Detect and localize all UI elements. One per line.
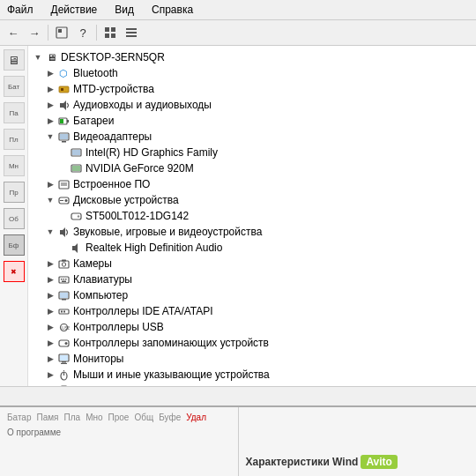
svg-text:USB: USB [62,325,70,331]
hdd-icon [69,209,83,223]
expand-icon-computer: ▶ [44,289,56,301]
tree-node-mtd[interactable]: ▶ MTD-устройства [28,81,476,97]
tree-node-computer[interactable]: ▶ Компьютер [28,287,476,303]
tree-node-hdd[interactable]: ▶ ST500LT012-1DG142 [28,208,476,224]
prop-label-buf: Буфе [159,413,181,422]
svg-rect-5 [111,33,115,38]
toolbar-separator2 [96,25,97,41]
mtd-icon [56,82,71,96]
sidebar-icon-plan[interactable]: Пл [4,129,25,150]
prop-label-share: Общ [134,413,153,422]
details-button[interactable] [122,23,141,42]
ide-icon [56,304,71,318]
expand-icon-usb: ▶ [44,321,56,333]
menu-view[interactable]: Вид [111,2,138,18]
mice-icon [56,368,71,382]
expand-icon-mtd: ▶ [44,83,56,95]
computer-node-icon [56,288,71,302]
label-cameras: Камеры [73,257,112,270]
expand-icon-cameras: ▶ [44,257,56,270]
content-area: ▼ 🖥 DESKTOP-3ERN5QR ▶ ⬡ Bluetooth ▶ MT [28,46,476,386]
back-button[interactable]: ← [4,23,23,42]
svg-rect-42 [62,299,66,301]
properties-button[interactable] [52,23,71,42]
tree-node-sound[interactable]: ▼ Звуковые, игровые и видеоустройства [28,224,476,240]
tree-node-usb[interactable]: ▶ USB Контроллеры USB [28,319,476,335]
tree-node-battery[interactable]: ▶ Батареи [28,113,476,129]
svg-rect-1 [58,29,62,33]
help-button[interactable]: ? [73,23,93,42]
prop-label-battery: Батар [7,413,32,422]
computer-icon: 🖥 [44,50,58,64]
tree-node-bluetooth[interactable]: ▶ ⬡ Bluetooth [28,65,476,81]
sidebar-icon-battery[interactable]: Бат [4,76,25,97]
expand-icon-audio: ▶ [44,99,56,111]
sidebar-icon-del[interactable]: ✖ [4,261,25,282]
svg-marker-30 [60,227,65,237]
bluetooth-icon: ⬡ [56,66,71,80]
label-realtek: Realtek High Definition Audio [86,242,222,254]
tree-node-nvidia-gpu[interactable]: ▶ NVIDIA GeForce 920M [28,160,476,176]
svg-rect-41 [60,293,68,298]
svg-rect-13 [67,120,69,123]
windows-chars-label: Характеристики Wind [246,456,359,468]
expand-icon-bluetooth: ▶ [44,67,56,79]
menubar: Файл Действие Вид Справка [0,0,476,20]
menu-action[interactable]: Действие [48,2,101,18]
tree-root[interactable]: ▼ 🖥 DESKTOP-3ERN5QR [28,49,476,65]
sidebar-icon-multi[interactable]: Мн [4,155,25,176]
label-mtd: MTD-устройства [73,83,154,95]
svg-point-26 [64,199,67,202]
label-sound: Звуковые, игровые и видеоустройства [73,226,262,238]
svg-rect-6 [126,28,137,30]
nvidia-icon [69,161,83,175]
tree-node-monitors[interactable]: ▶ Мониторы [28,351,476,367]
svg-rect-34 [62,259,66,261]
tree-node-intel-gpu[interactable]: ▶ Intel(R) HD Graphics Family [28,145,476,160]
left-panel: 🖥 Бат Па Пл Мн Пр Об Бф ✖ [0,46,28,386]
expand-icon-ide: ▶ [44,305,56,317]
expand-icon-firmware: ▶ [44,178,56,190]
tree-node-storage[interactable]: ▶ Контроллеры запоминающих устройств [28,335,476,351]
label-keyboards: Клавиатуры [73,273,132,286]
tree-node-video[interactable]: ▼ Видеоадаптеры [28,129,476,145]
view-button[interactable] [100,23,120,42]
tree-node-realtek[interactable]: ▶ Realtek High Definition Audio [28,240,476,256]
svg-rect-7 [126,32,137,33]
svg-rect-28 [71,213,81,219]
svg-marker-11 [60,100,66,110]
tree-container[interactable]: ▼ 🖥 DESKTOP-3ERN5QR ▶ ⬡ Bluetooth ▶ MT [28,46,476,386]
tree-node-ide[interactable]: ▶ Контроллеры IDE ATA/ATAPI [28,303,476,319]
svg-rect-45 [63,310,65,312]
sidebar-icon-proj[interactable]: Пр [4,182,25,203]
label-firmware: Встроенное ПО [73,178,150,190]
sidebar-icon-share[interactable]: Об [4,208,25,229]
svg-rect-19 [72,150,80,155]
tree-node-keyboards[interactable]: ▶ Клавиатуры [28,271,476,287]
forward-button[interactable]: → [25,23,44,42]
expand-icon-battery: ▶ [44,115,56,127]
svg-rect-3 [111,27,115,32]
sidebar-icon-computer[interactable]: 🖥 [4,49,25,71]
label-intel-gpu: Intel(R) HD Graphics Family [86,146,218,159]
tree-node-mice[interactable]: ▶ Мыши и иные указывающие устройства [28,367,476,383]
tree-node-disk[interactable]: ▼ Дисковые устройства [28,192,476,208]
expand-icon-mice: ▶ [44,368,56,381]
label-usb: Контроллеры USB [73,321,164,333]
tree-node-audio[interactable]: ▶ Аудиовходы и аудиовыходы [28,97,476,113]
tree-node-cameras[interactable]: ▶ Камеры [28,256,476,271]
cameras-icon [56,257,71,271]
svg-rect-4 [105,33,109,38]
statusbar [0,386,476,405]
svg-rect-17 [62,141,66,143]
expand-icon-sound: ▼ [44,226,56,238]
sidebar-icon-buf[interactable]: Бф [4,234,25,256]
menu-help[interactable]: Справка [148,2,197,18]
sidebar-icon-memory[interactable]: Па [4,102,25,123]
expand-icon-video: ▼ [44,130,56,143]
tree-node-firmware[interactable]: ▶ Встроенное ПО [28,176,476,192]
label-hdd: ST500LT012-1DG142 [86,210,189,222]
video-icon [56,130,71,144]
menu-file[interactable]: Файл [4,2,37,18]
svg-rect-52 [62,361,66,363]
